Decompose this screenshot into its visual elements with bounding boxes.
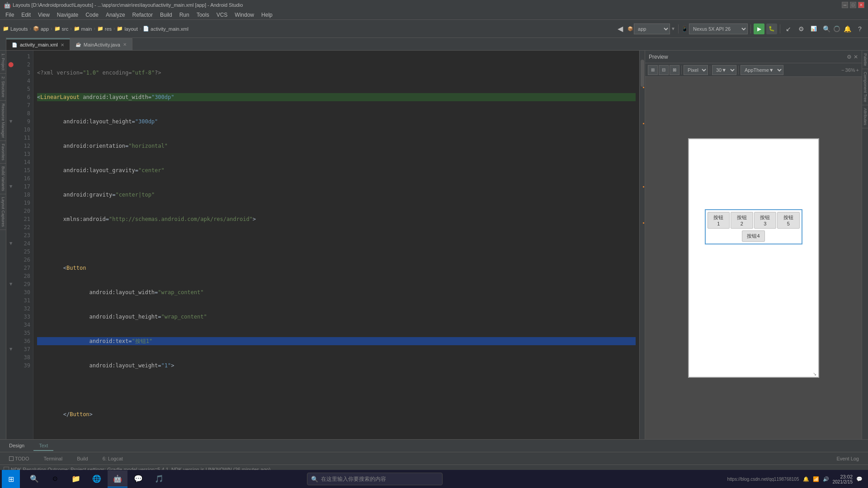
theme-preview-select[interactable]: AppTheme▼ <box>741 65 783 75</box>
tool-event-log[interactable]: Event Log <box>831 454 864 463</box>
both-view-btn[interactable]: ⊠ <box>670 65 679 75</box>
toolbar-icon3[interactable]: 📊 <box>808 23 819 34</box>
taskbar-app6[interactable]: 🎵 <box>149 470 169 488</box>
menu-run[interactable]: Run <box>176 11 193 19</box>
preview-btn-4[interactable]: 按钮4 <box>742 230 764 242</box>
api-preview-select[interactable]: 30▼ <box>712 65 736 75</box>
right-side-panel: Palette Component Tree Attributes <box>862 51 868 439</box>
taskbar-edge[interactable]: 🌐 <box>87 470 107 488</box>
zoom-out-btn[interactable]: − <box>841 67 844 73</box>
tool-todo[interactable]: TODO <box>4 454 35 463</box>
panel-component-tree[interactable]: Component Tree <box>862 69 868 105</box>
title-bar-controls[interactable]: ─ □ ✕ <box>842 2 864 8</box>
minimize-button[interactable]: ─ <box>842 2 848 8</box>
app-module-selector: 📦 app ▼ <box>627 23 675 34</box>
device-selector-group: 📱 Nexus 5X API 26 <box>681 23 748 34</box>
breadcrumb-layouts[interactable]: 📁 Layouts <box>3 26 28 32</box>
wifi-icon[interactable]: 📶 <box>813 476 819 482</box>
device-preview-select[interactable]: Pixel <box>684 65 708 75</box>
tab-mainactivity-java[interactable]: ☕ MainActivity.java ✕ <box>70 38 132 50</box>
preview-btn-3[interactable]: 按钮3 <box>754 212 777 229</box>
breadcrumb-res[interactable]: 📁 res <box>97 26 112 32</box>
toolbar-icon5[interactable]: 🔔 <box>842 23 853 34</box>
tab-close-activity-main[interactable]: ✕ <box>61 42 64 47</box>
tool-logcat[interactable]: 6: Logcat <box>97 454 128 463</box>
resize-handle[interactable]: ↘ <box>813 371 818 377</box>
tab-close-mainactivity[interactable]: ✕ <box>123 42 127 47</box>
preview-btn-1[interactable]: 按钮1 <box>708 212 730 229</box>
debug-button[interactable]: 🐛 <box>766 23 777 34</box>
tool-build[interactable]: Build <box>71 454 93 463</box>
design-view-icon: ⊞ <box>651 67 655 72</box>
preview-btn-2[interactable]: 按钮2 <box>731 212 753 229</box>
button-row-2: 按钮4 <box>708 230 800 242</box>
taskbar-android-studio[interactable]: 🤖 <box>108 470 127 488</box>
menu-file[interactable]: File <box>2 11 18 19</box>
device-screen: 按钮1 按钮2 按钮3 按钮5 按钮4 <box>689 139 818 377</box>
zoom-in-btn[interactable]: + <box>856 67 859 73</box>
menu-edit[interactable]: Edit <box>18 11 34 19</box>
ln-23: 23 <box>18 231 30 239</box>
panel-attributes[interactable]: Attributes <box>862 105 868 128</box>
taskbar-search-app[interactable]: 🔍 <box>24 470 44 488</box>
menu-help[interactable]: Help <box>258 11 276 19</box>
panel-resource-manager[interactable]: Resource Manager <box>0 101 6 141</box>
toolbar-icon2[interactable]: ⚙ <box>796 23 807 34</box>
breadcrumb-file[interactable]: 📄 activity_main.xml <box>143 26 189 32</box>
preview-collapse-icon[interactable]: ✕ <box>854 54 858 60</box>
tool-terminal[interactable]: Terminal <box>38 454 68 463</box>
scrollbar-thumb[interactable] <box>641 60 644 87</box>
breadcrumb-src[interactable]: 📁 src <box>54 26 69 32</box>
start-button[interactable]: ⊞ <box>2 470 20 488</box>
panel-project[interactable]: 1: Project <box>0 51 6 74</box>
menu-vcs[interactable]: VCS <box>213 11 231 19</box>
menu-code[interactable]: Code <box>82 11 102 19</box>
panel-build-variants[interactable]: Build Variants <box>0 164 6 194</box>
toolbar-icon4[interactable]: 🔍 <box>821 23 832 34</box>
tab-text[interactable]: Text <box>33 441 53 451</box>
volume-icon[interactable]: 🔊 <box>823 476 829 482</box>
tab-activity-main-xml[interactable]: 📄 activity_main.xml ✕ <box>6 38 70 50</box>
menu-refactor[interactable]: Refactor <box>129 11 156 19</box>
tab-design[interactable]: Design <box>4 441 30 451</box>
menu-window[interactable]: Window <box>231 11 258 19</box>
notification-icon[interactable]: 🔔 <box>803 476 809 482</box>
scrollbar-warning-2 <box>643 123 644 124</box>
preview-btn-5[interactable]: 按钮5 <box>777 212 800 229</box>
button-row-1: 按钮1 按钮2 按钮3 按钮5 <box>708 212 800 229</box>
menu-build[interactable]: Build <box>156 11 176 19</box>
design-text-tab-bar: Design Text <box>0 439 868 452</box>
maximize-button[interactable]: □ <box>850 2 856 8</box>
breadcrumb-layout[interactable]: 📁 layout <box>117 26 137 32</box>
code-text[interactable]: <?xml version="1.0" encoding="utf-8"?> <… <box>33 51 639 439</box>
design-view-btn[interactable]: ⊞ <box>648 65 658 75</box>
breadcrumb-main[interactable]: 📁 main <box>74 26 92 32</box>
panel-favorites[interactable]: Favorites <box>0 141 6 164</box>
taskbar-explorer[interactable]: 📁 <box>66 470 86 488</box>
panel-palette[interactable]: Palette <box>862 51 868 69</box>
taskbar-cortana[interactable]: ⊙ <box>45 470 65 488</box>
notification-panel-btn[interactable]: 💬 <box>856 476 863 482</box>
menu-view[interactable]: View <box>34 11 53 19</box>
toolbar-icon1[interactable]: ↙ <box>783 23 794 34</box>
taskbar-search-box[interactable]: 🔍 在这里输入你要搜索的内容 <box>307 473 443 485</box>
toolbar-icon6[interactable]: ? <box>854 23 865 34</box>
device-selector[interactable]: Nexus 5X API 26 <box>689 23 748 34</box>
back-btn[interactable]: ◀ <box>615 23 626 34</box>
panel-structure[interactable]: 2: Structure <box>0 74 6 101</box>
menu-navigate[interactable]: Navigate <box>53 11 82 19</box>
layout-view-btn[interactable]: ⊟ <box>659 65 669 75</box>
menu-tools[interactable]: Tools <box>193 11 213 19</box>
breadcrumb-app[interactable]: 📦 app <box>33 26 49 32</box>
taskbar-app5[interactable]: 💬 <box>128 470 148 488</box>
ln-29: 29 <box>18 280 30 288</box>
menu-analyze[interactable]: Analyze <box>102 11 129 19</box>
breadcrumb-bar: 📁 Layouts › 📦 app › 📁 src › 📁 main › 📁 r… <box>3 26 189 32</box>
close-button[interactable]: ✕ <box>858 2 864 8</box>
app-selector[interactable]: app <box>634 23 670 34</box>
panel-layout-captures[interactable]: Layout Captures <box>0 194 6 230</box>
ln-9: 9 <box>18 117 30 126</box>
run-button[interactable]: ▶ <box>754 23 764 34</box>
preview-settings-icon[interactable]: ⚙ <box>847 54 852 60</box>
vertical-scrollbar[interactable] <box>639 51 645 439</box>
